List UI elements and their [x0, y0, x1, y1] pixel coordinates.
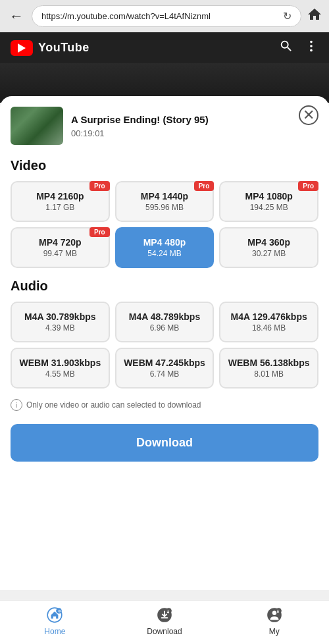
my-nav-icon — [265, 606, 284, 624]
svg-point-10 — [272, 611, 276, 616]
format-size: 6.74 MB — [150, 369, 180, 379]
format-name: M4A 48.789kbps — [129, 311, 200, 323]
nav-item-home[interactable]: ⚙ Home — [28, 606, 81, 636]
video-details: A Surprise Ending! (Story 95) 00:19:01 — [71, 113, 292, 139]
format-name: MP4 2160p — [36, 191, 84, 202]
video-thumbnail — [11, 107, 63, 145]
video-format-btn[interactable]: MP4 360p30.27 MB — [219, 227, 318, 268]
audio-format-btn[interactable]: M4A 48.789kbps6.96 MB — [115, 302, 215, 342]
home-nav-icon: ⚙ — [45, 606, 64, 624]
audio-format-btn[interactable]: M4A 129.476kbps18.46 MB — [219, 302, 318, 342]
youtube-logo: YouTube — [11, 40, 89, 56]
svg-point-1 — [310, 45, 313, 47]
nav-item-my[interactable]: My — [248, 606, 301, 636]
format-name: WEBM 47.245kbps — [124, 358, 205, 369]
format-size: 8.01 MB — [254, 369, 284, 379]
format-size: 54.24 MB — [147, 249, 181, 258]
format-size: 1.17 GB — [45, 203, 74, 212]
audio-format-btn[interactable]: WEBM 56.138kbps8.01 MB — [219, 348, 318, 389]
pro-badge: Pro — [89, 227, 110, 237]
video-section-label: Video — [11, 158, 318, 173]
reload-icon[interactable]: ↻ — [283, 10, 291, 22]
thumbnail-image — [11, 107, 63, 145]
youtube-header: YouTube — [0, 32, 329, 63]
video-format-grid: ProMP4 2160p1.17 GBProMP4 1440p595.96 MB… — [11, 181, 318, 268]
download-nav-label: Download — [147, 627, 182, 636]
download-nav-icon — [155, 606, 174, 624]
format-size: 4.39 MB — [45, 323, 75, 333]
video-format-btn[interactable]: ProMP4 2160p1.17 GB — [11, 181, 110, 222]
modal-sheet: ✕ A Surprise Ending! (Story 95) 00:19:01… — [0, 96, 329, 590]
format-name: WEBM 31.903kbps — [19, 358, 101, 369]
format-name: MP4 360p — [247, 237, 290, 248]
audio-format-btn[interactable]: M4A 30.789kbps4.39 MB — [11, 302, 110, 342]
audio-format-btn[interactable]: WEBM 47.245kbps6.74 MB — [115, 348, 215, 389]
video-format-btn[interactable]: MP4 480p54.24 MB — [115, 227, 215, 268]
pro-badge: Pro — [298, 181, 318, 191]
more-options-button[interactable] — [304, 39, 318, 57]
pro-badge: Pro — [194, 181, 215, 191]
my-nav-label: My — [269, 627, 280, 636]
format-name: WEBM 56.138kbps — [228, 358, 310, 369]
home-browser-button[interactable] — [307, 7, 322, 26]
format-size: 99.47 MB — [43, 249, 77, 258]
browser-bar: ← https://m.youtube.com/watch?v=L4tAfNiz… — [0, 0, 329, 32]
pro-badge: Pro — [89, 181, 110, 191]
youtube-actions — [279, 39, 318, 57]
download-button[interactable]: Download — [11, 424, 318, 462]
format-size: 30.27 MB — [252, 249, 286, 258]
back-button[interactable]: ← — [7, 8, 26, 25]
format-name: M4A 30.789kbps — [24, 311, 95, 323]
format-size: 4.55 MB — [45, 369, 75, 379]
format-name: MP4 1440p — [141, 191, 188, 202]
format-name: MP4 480p — [143, 237, 186, 248]
svg-point-11 — [276, 608, 282, 614]
video-format-btn[interactable]: ProMP4 1440p595.96 MB — [115, 181, 215, 222]
svg-point-0 — [310, 41, 313, 43]
format-name: M4A 129.476kbps — [231, 311, 307, 323]
format-size: 6.96 MB — [150, 323, 180, 333]
disclaimer: i Only one video or audio can selected t… — [11, 399, 318, 411]
audio-section-label: Audio — [11, 279, 318, 294]
video-format-btn[interactable]: ProMP4 720p99.47 MB — [11, 227, 110, 268]
url-bar[interactable]: https://m.youtube.com/watch?v=L4tAfNiznm… — [32, 5, 301, 27]
svg-point-2 — [310, 49, 313, 52]
home-nav-label: Home — [44, 627, 65, 636]
bottom-nav: ⚙ Home Download My — [0, 600, 329, 644]
video-info: A Surprise Ending! (Story 95) 00:19:01 — [11, 107, 318, 145]
audio-format-grid: M4A 30.789kbps4.39 MBM4A 48.789kbps6.96 … — [11, 302, 318, 389]
format-size: 18.46 MB — [252, 323, 286, 333]
format-size: 194.25 MB — [250, 203, 288, 212]
format-name: MP4 1080p — [245, 191, 292, 202]
info-icon: i — [11, 399, 22, 411]
format-size: 595.96 MB — [145, 203, 184, 212]
youtube-icon — [11, 40, 33, 56]
format-name: MP4 720p — [39, 237, 82, 248]
search-button[interactable] — [279, 39, 293, 57]
close-button[interactable]: ✕ — [299, 105, 318, 125]
video-duration: 00:19:01 — [71, 128, 292, 138]
url-text: https://m.youtube.com/watch?v=L4tAfNiznm… — [41, 11, 211, 21]
audio-format-btn[interactable]: WEBM 31.903kbps4.55 MB — [11, 348, 110, 389]
video-title: A Surprise Ending! (Story 95) — [71, 113, 292, 126]
video-format-btn[interactable]: ProMP4 1080p194.25 MB — [219, 181, 318, 222]
youtube-title: YouTube — [38, 41, 89, 55]
disclaimer-text: Only one video or audio can selected to … — [26, 400, 201, 410]
nav-item-download[interactable]: Download — [138, 606, 191, 636]
